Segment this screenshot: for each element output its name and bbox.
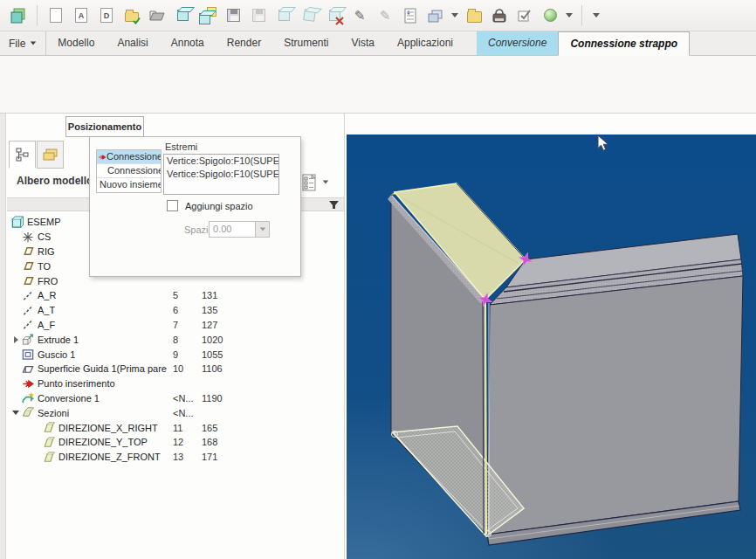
tree-structure-icon [15, 147, 31, 162]
csys-icon [21, 231, 35, 244]
current-arrow-icon [98, 153, 107, 162]
sections-icon [21, 406, 35, 419]
quick-access-toolbar: A D ✎ ✎ [0, 0, 756, 31]
part-icon [10, 216, 24, 229]
tab-modello[interactable]: Modello [46, 31, 106, 55]
datum-axis-icon [21, 318, 35, 331]
annotate-d-file-icon[interactable]: D [97, 6, 116, 25]
annotate-a-file-icon[interactable]: A [72, 6, 91, 25]
tree-row-section[interactable]: DIREZIONE_X_RIGHT11165 [7, 420, 344, 435]
shell-icon [21, 348, 35, 361]
tab-vista[interactable]: Vista [340, 31, 386, 55]
tree-settings-caret-icon[interactable] [323, 181, 328, 184]
tab-file[interactable]: File [0, 31, 46, 55]
section-plane-icon [42, 436, 56, 449]
sheetmetal-model [347, 135, 756, 559]
collapse-icon[interactable] [10, 411, 21, 415]
select-box-icon[interactable] [515, 6, 534, 25]
expand-icon[interactable] [10, 336, 21, 343]
insert-arrow-icon [21, 377, 35, 390]
space-dropdown-button[interactable] [255, 222, 269, 237]
tab-analisi[interactable]: Analisi [106, 31, 159, 55]
regenerate-list-icon[interactable] [401, 6, 420, 25]
list-item-connessione-2[interactable]: Connessione str... [97, 164, 161, 178]
tab-applicazioni[interactable]: Applicazioni [386, 31, 464, 55]
model-tree-tab[interactable] [9, 141, 36, 169]
windows-caret-icon[interactable] [451, 13, 458, 17]
left-gutter [0, 114, 6, 559]
tree-settings-icon[interactable] [302, 173, 317, 191]
guide-surface-icon [21, 362, 35, 376]
ribbon-tab-bar: File Modello Analisi Annota Render Strum… [0, 31, 756, 56]
tab-conversione[interactable]: Conversione [477, 31, 558, 55]
extrude-icon [21, 333, 35, 346]
datum-plane-icon [21, 274, 35, 287]
estremi-ref-2[interactable]: Vertice:Spigolo:F10(SUPERFI [164, 168, 278, 181]
tree-filter-icon[interactable] [329, 201, 339, 210]
toolbar-separator [581, 5, 582, 26]
section-plane-icon [42, 421, 56, 434]
list-item-connessione-1[interactable]: Connessione stra... [97, 150, 161, 164]
save-icon[interactable] [223, 6, 243, 25]
modify-pencil-disabled-icon: ✎ [375, 6, 395, 25]
graphics-viewport[interactable] [347, 135, 756, 559]
open-folder-icon[interactable] [464, 6, 484, 25]
model-bag-icon[interactable] [490, 6, 509, 25]
list-item-nuovo-insieme[interactable]: Nuovo insieme [97, 178, 161, 192]
save-disabled-icon [249, 6, 268, 25]
tab-posizionamento[interactable]: Posizionamento [65, 116, 144, 137]
modify-pencil-icon[interactable]: ✎ [350, 6, 369, 25]
folder-browser-tab[interactable] [37, 141, 64, 169]
tree-panel-title: Albero modello [17, 175, 90, 188]
main-content: Albero modello ESEMP CS RIG TO FRO A_R51 [0, 114, 756, 559]
tree-row-sezioni[interactable]: Sezioni<N... [7, 405, 344, 420]
datum-plane-icon [21, 259, 35, 273]
new-file-icon[interactable] [46, 6, 65, 25]
estremi-ref-1[interactable]: Vertice:Spigolo:F10(SUPERFI [164, 155, 278, 168]
model-cube-icon[interactable] [173, 6, 192, 25]
add-space-checkbox[interactable] [167, 200, 178, 211]
space-value: 0.00 [210, 222, 255, 237]
tree-row-extrude[interactable]: Extrude 181020 [7, 332, 344, 347]
toolbar-overflow-caret-icon[interactable] [593, 13, 600, 17]
tree-row-insert-point[interactable]: Punto inserimento [7, 376, 344, 391]
tree-row-conversione[interactable]: Conversione 1<N...1190 [7, 391, 344, 406]
section-plane-icon [42, 451, 56, 464]
copy-model-icon[interactable] [274, 6, 293, 25]
datum-plane-icon [21, 245, 35, 258]
conversion-icon [21, 391, 35, 404]
render-caret-icon[interactable] [566, 13, 573, 17]
tree-row-axis[interactable]: A_T6135 [7, 303, 344, 318]
connection-sets-list: Connessione stra... Connessione str... N… [96, 149, 162, 193]
tree-row-section[interactable]: DIREZIONE_Y_TOP12168 [7, 435, 344, 450]
paste-model-icon[interactable] [299, 6, 319, 25]
render-sphere-icon[interactable] [540, 6, 560, 25]
tree-row-shell[interactable]: Guscio 191055 [7, 347, 344, 362]
mouse-cursor [597, 135, 609, 152]
windows-icon[interactable] [426, 6, 445, 25]
find-model-icon[interactable] [325, 6, 344, 25]
tree-row-axis[interactable]: A_R5131 [7, 288, 344, 303]
tab-render[interactable]: Render [216, 31, 272, 55]
toolbar-separator [37, 5, 38, 26]
tab-connessione-strappo[interactable]: Connessione strappo [558, 31, 690, 56]
model-cube-new-icon[interactable] [198, 6, 217, 25]
tree-row-section[interactable]: DIREZIONE_Z_FRONT13171 [7, 450, 344, 465]
tab-annota[interactable]: Annota [160, 31, 216, 55]
open-session-icon[interactable] [122, 6, 141, 25]
estremi-collector[interactable]: Vertice:Spigolo:F10(SUPERFI Vertice:Spig… [163, 154, 279, 195]
space-combobox[interactable]: 0.00 [209, 221, 270, 238]
tree-row-axis[interactable]: A_F7127 [7, 318, 344, 333]
posizionamento-panel: Connessione stra... Connessione str... N… [89, 136, 301, 277]
tab-file-label: File [9, 32, 25, 55]
add-space-row: Aggiungi spazio [167, 200, 253, 211]
tab-strumenti[interactable]: Strumenti [272, 31, 340, 55]
datum-axis-icon [21, 304, 35, 317]
feature-dashboard: 2 elemento/i [0, 56, 756, 114]
app-logo-icon [9, 6, 28, 25]
estremi-label: Estremi [165, 141, 197, 152]
tree-row-surface[interactable]: Superficie Guida 1(Prima pare101106 [7, 362, 344, 376]
file-caret-icon [31, 42, 36, 45]
add-space-label: Aggiungi spazio [185, 201, 253, 211]
open-gray-icon[interactable] [148, 6, 167, 25]
